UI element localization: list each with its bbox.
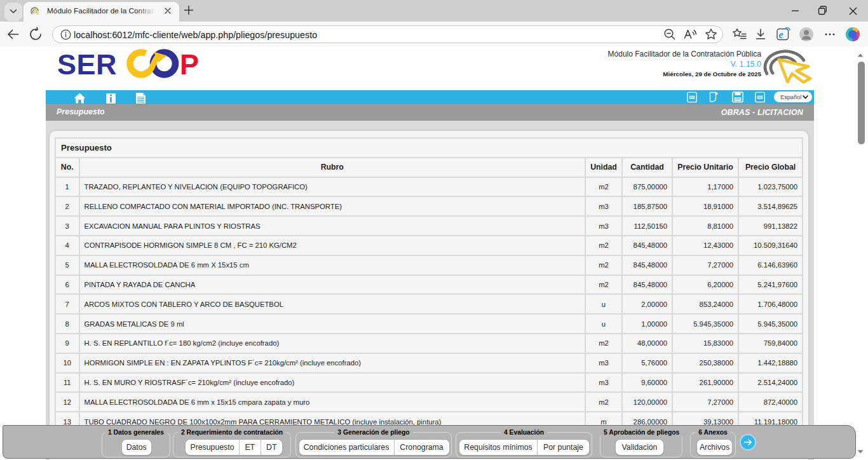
svg-text:PDF: PDF	[690, 96, 695, 98]
svg-text:e: e	[779, 29, 783, 41]
svg-text:PDF: PDF	[758, 96, 763, 98]
svg-text:P: P	[180, 48, 199, 81]
svg-text:SER: SER	[57, 48, 117, 81]
